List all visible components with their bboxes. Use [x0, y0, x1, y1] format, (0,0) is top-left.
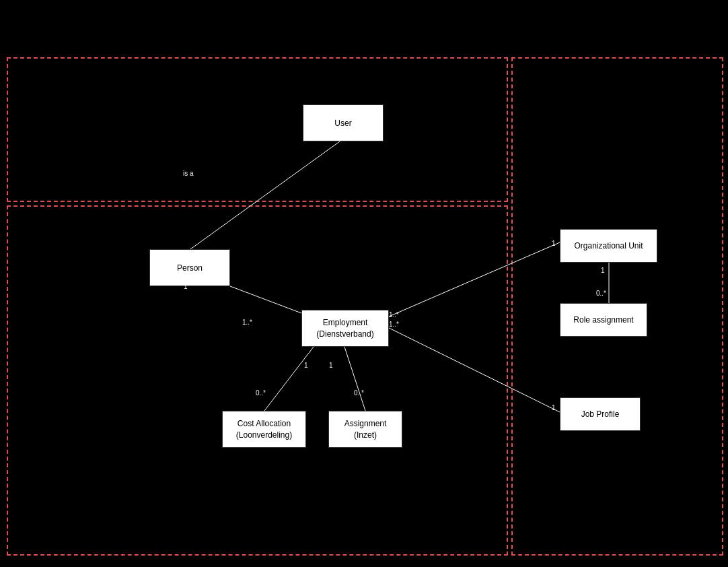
label-employment-cost-1: 1 [304, 362, 308, 369]
entity-role-assignment: Role assignment [560, 303, 647, 337]
entity-assignment: Assignment(Inzet) [328, 411, 402, 448]
entity-employment-label: Employment(Dienstverband) [316, 317, 373, 340]
label-employment-mult-2: 1..* [389, 321, 399, 328]
label-person-employment-mult: 1..* [242, 319, 252, 326]
label-assign-0: 0..* [354, 389, 364, 397]
entity-cost-allocation: Cost Allocation(Loonverdeling) [222, 411, 306, 448]
entity-role-assignment-label: Role assignment [573, 315, 633, 325]
label-role-0: 0..* [596, 290, 606, 297]
entity-cost-allocation-label: Cost Allocation(Loonverdeling) [236, 418, 292, 441]
entity-job-profile-label: Job Profile [581, 409, 620, 419]
label-org-1b: 1 [601, 267, 605, 274]
label-person-1: 1 [184, 283, 188, 290]
entity-assignment-label: Assignment(Inzet) [344, 418, 387, 441]
entity-employment: Employment(Dienstverband) [301, 310, 389, 347]
entity-organizational-unit: Organizational Unit [560, 229, 657, 263]
entity-job-profile: Job Profile [560, 397, 641, 431]
entity-user: User [303, 104, 384, 141]
label-org-1: 1 [552, 240, 556, 247]
entity-person-label: Person [177, 263, 203, 273]
label-is-a: is a [183, 170, 194, 177]
diagram-area: User Person Employment(Dienstverband) Co… [0, 0, 728, 567]
region-top-left [7, 57, 508, 202]
label-job-1: 1 [552, 404, 556, 411]
label-employment-mult-1: 1..* [389, 311, 399, 319]
region-bottom-left [7, 205, 508, 556]
entity-user-label: User [334, 119, 351, 128]
label-employment-assign-1: 1 [329, 362, 333, 369]
entity-person: Person [149, 249, 230, 286]
entity-organizational-unit-label: Organizational Unit [574, 241, 643, 251]
label-cost-0: 0..* [256, 389, 266, 397]
